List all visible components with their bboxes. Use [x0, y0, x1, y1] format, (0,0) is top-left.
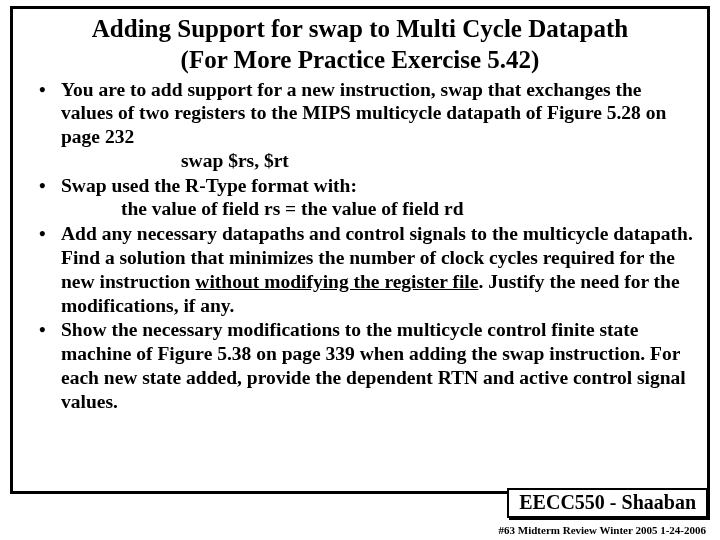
bullet-underline: without modifying the register file [195, 271, 478, 292]
footer-meta-text: #63 Midterm Review Winter 2005 1-24-2006 [499, 524, 706, 536]
bullet-text: You are to add support for a new instruc… [61, 79, 666, 148]
footer-course-box: EECC550 - Shaaban [507, 488, 708, 518]
bullet-list: You are to add support for a new instruc… [27, 78, 693, 414]
bullet-indent: swap $rs, $rt [61, 149, 693, 173]
title-line-2: (For More Practice Exercise 5.42) [181, 46, 540, 73]
list-item: Show the necessary modifications to the … [27, 318, 693, 413]
list-item: Add any necessary datapaths and control … [27, 222, 693, 317]
footer-meta: #63 Midterm Review Winter 2005 1-24-2006 [499, 524, 706, 536]
list-item: Swap used the R-Type format with: the va… [27, 174, 693, 222]
title-line-1: Adding Support for swap to Multi Cycle D… [92, 15, 628, 42]
bullet-text: Show the necessary modifications to the … [61, 319, 686, 411]
list-item: You are to add support for a new instruc… [27, 78, 693, 173]
bullet-indent: the value of field rs = the value of fie… [61, 197, 693, 221]
slide-title: Adding Support for swap to Multi Cycle D… [27, 13, 693, 76]
slide-frame: Adding Support for swap to Multi Cycle D… [10, 6, 710, 494]
bullet-text: Swap used the R-Type format with: [61, 175, 357, 196]
footer-course-text: EECC550 - Shaaban [519, 491, 696, 513]
